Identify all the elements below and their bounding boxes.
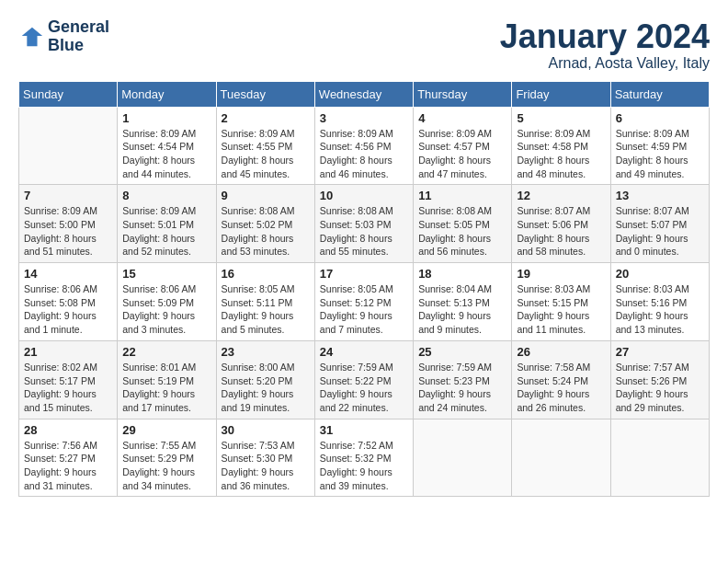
calendar-cell xyxy=(19,107,118,185)
day-number: 25 xyxy=(418,345,506,359)
calendar-cell: 8Sunrise: 8:09 AMSunset: 5:01 PMDaylight… xyxy=(118,185,216,263)
day-number: 17 xyxy=(320,267,408,281)
calendar-cell: 23Sunrise: 8:00 AMSunset: 5:20 PMDayligh… xyxy=(216,340,314,419)
week-row-2: 7Sunrise: 8:09 AMSunset: 5:00 PMDaylight… xyxy=(19,185,710,263)
day-info: Sunrise: 8:09 AMSunset: 4:58 PMDaylight:… xyxy=(517,127,605,181)
week-row-3: 14Sunrise: 8:06 AMSunset: 5:08 PMDayligh… xyxy=(19,263,710,341)
calendar-cell: 22Sunrise: 8:01 AMSunset: 5:19 PMDayligh… xyxy=(118,340,216,419)
day-info: Sunrise: 8:03 AMSunset: 5:16 PMDaylight:… xyxy=(616,282,704,337)
day-info: Sunrise: 7:53 AMSunset: 5:30 PMDaylight:… xyxy=(222,439,310,493)
day-number: 22 xyxy=(122,345,210,359)
calendar-cell: 18Sunrise: 8:04 AMSunset: 5:13 PMDayligh… xyxy=(414,263,512,341)
weekday-header-monday: Monday xyxy=(118,81,216,107)
month-title: January 2024 xyxy=(500,18,710,55)
weekday-header-tuesday: Tuesday xyxy=(216,81,314,107)
day-number: 4 xyxy=(418,111,506,125)
day-info: Sunrise: 8:01 AMSunset: 5:19 PMDaylight:… xyxy=(122,361,210,415)
calendar-cell: 24Sunrise: 7:59 AMSunset: 5:22 PMDayligh… xyxy=(314,340,413,419)
day-number: 7 xyxy=(24,189,112,202)
day-number: 1 xyxy=(122,111,210,125)
day-info: Sunrise: 8:08 AMSunset: 5:02 PMDaylight:… xyxy=(222,204,310,259)
calendar-cell: 5Sunrise: 8:09 AMSunset: 4:58 PMDaylight… xyxy=(512,107,610,185)
calendar-cell: 27Sunrise: 7:57 AMSunset: 5:26 PMDayligh… xyxy=(610,340,709,419)
day-number: 20 xyxy=(616,267,704,281)
day-number: 19 xyxy=(517,267,605,281)
weekday-header-row: SundayMondayTuesdayWednesdayThursdayFrid… xyxy=(19,81,710,107)
calendar-cell: 6Sunrise: 8:09 AMSunset: 4:59 PMDaylight… xyxy=(610,107,709,185)
day-info: Sunrise: 7:59 AMSunset: 5:22 PMDaylight:… xyxy=(320,361,408,415)
day-info: Sunrise: 8:05 AMSunset: 5:11 PMDaylight:… xyxy=(222,282,310,337)
day-number: 2 xyxy=(222,111,310,125)
day-info: Sunrise: 7:57 AMSunset: 5:26 PMDaylight:… xyxy=(616,361,704,415)
title-block: January 2024 Arnad, Aosta Valley, Italy xyxy=(500,18,710,72)
day-number: 27 xyxy=(616,345,704,359)
calendar-cell: 2Sunrise: 8:09 AMSunset: 4:55 PMDaylight… xyxy=(216,107,314,185)
day-number: 5 xyxy=(517,111,605,125)
calendar-cell: 25Sunrise: 7:59 AMSunset: 5:23 PMDayligh… xyxy=(414,340,512,419)
calendar-cell: 11Sunrise: 8:08 AMSunset: 5:05 PMDayligh… xyxy=(414,185,512,263)
day-info: Sunrise: 8:09 AMSunset: 5:00 PMDaylight:… xyxy=(24,204,112,259)
day-info: Sunrise: 8:09 AMSunset: 4:54 PMDaylight:… xyxy=(122,127,210,181)
calendar-cell: 16Sunrise: 8:05 AMSunset: 5:11 PMDayligh… xyxy=(216,263,314,341)
calendar-cell xyxy=(610,419,709,497)
logo-icon xyxy=(18,24,44,50)
day-info: Sunrise: 7:56 AMSunset: 5:27 PMDaylight:… xyxy=(24,439,112,493)
calendar-cell: 1Sunrise: 8:09 AMSunset: 4:54 PMDaylight… xyxy=(118,107,216,185)
day-number: 13 xyxy=(616,189,704,202)
day-info: Sunrise: 8:07 AMSunset: 5:07 PMDaylight:… xyxy=(616,204,704,259)
calendar-cell: 20Sunrise: 8:03 AMSunset: 5:16 PMDayligh… xyxy=(610,263,709,341)
day-info: Sunrise: 8:09 AMSunset: 4:56 PMDaylight:… xyxy=(320,127,408,181)
day-number: 16 xyxy=(222,267,310,281)
day-number: 11 xyxy=(418,189,506,202)
week-row-4: 21Sunrise: 8:02 AMSunset: 5:17 PMDayligh… xyxy=(19,340,710,419)
calendar-cell: 31Sunrise: 7:52 AMSunset: 5:32 PMDayligh… xyxy=(314,419,413,497)
day-number: 9 xyxy=(222,189,310,202)
calendar-cell: 9Sunrise: 8:08 AMSunset: 5:02 PMDaylight… xyxy=(216,185,314,263)
day-number: 30 xyxy=(222,423,310,437)
calendar-table: SundayMondayTuesdayWednesdayThursdayFrid… xyxy=(18,81,710,498)
day-number: 12 xyxy=(517,189,605,202)
location-title: Arnad, Aosta Valley, Italy xyxy=(500,55,710,72)
calendar-cell: 30Sunrise: 7:53 AMSunset: 5:30 PMDayligh… xyxy=(216,419,314,497)
week-row-1: 1Sunrise: 8:09 AMSunset: 4:54 PMDaylight… xyxy=(19,107,710,185)
day-info: Sunrise: 8:09 AMSunset: 4:57 PMDaylight:… xyxy=(418,127,506,181)
day-number: 26 xyxy=(517,345,605,359)
day-info: Sunrise: 8:02 AMSunset: 5:17 PMDaylight:… xyxy=(24,361,112,415)
calendar-cell xyxy=(512,419,610,497)
logo-text: General Blue xyxy=(48,18,109,55)
page-header: General Blue January 2024 Arnad, Aosta V… xyxy=(18,18,710,72)
calendar-cell: 19Sunrise: 8:03 AMSunset: 5:15 PMDayligh… xyxy=(512,263,610,341)
weekday-header-sunday: Sunday xyxy=(19,81,118,107)
calendar-cell: 26Sunrise: 7:58 AMSunset: 5:24 PMDayligh… xyxy=(512,340,610,419)
day-info: Sunrise: 8:09 AMSunset: 5:01 PMDaylight:… xyxy=(122,204,210,259)
day-info: Sunrise: 7:55 AMSunset: 5:29 PMDaylight:… xyxy=(122,439,210,493)
calendar-cell: 14Sunrise: 8:06 AMSunset: 5:08 PMDayligh… xyxy=(19,263,118,341)
day-number: 14 xyxy=(24,267,112,281)
day-number: 28 xyxy=(24,423,112,437)
day-number: 15 xyxy=(122,267,210,281)
calendar-cell: 4Sunrise: 8:09 AMSunset: 4:57 PMDaylight… xyxy=(414,107,512,185)
day-info: Sunrise: 8:06 AMSunset: 5:09 PMDaylight:… xyxy=(122,282,210,337)
day-info: Sunrise: 8:09 AMSunset: 4:55 PMDaylight:… xyxy=(222,127,310,181)
day-info: Sunrise: 7:58 AMSunset: 5:24 PMDaylight:… xyxy=(517,361,605,415)
day-info: Sunrise: 7:52 AMSunset: 5:32 PMDaylight:… xyxy=(320,439,408,493)
calendar-cell xyxy=(414,419,512,497)
week-row-5: 28Sunrise: 7:56 AMSunset: 5:27 PMDayligh… xyxy=(19,419,710,497)
calendar-cell: 28Sunrise: 7:56 AMSunset: 5:27 PMDayligh… xyxy=(19,419,118,497)
day-number: 10 xyxy=(320,189,408,202)
day-number: 21 xyxy=(24,345,112,359)
calendar-cell: 10Sunrise: 8:08 AMSunset: 5:03 PMDayligh… xyxy=(314,185,413,263)
calendar-cell: 13Sunrise: 8:07 AMSunset: 5:07 PMDayligh… xyxy=(610,185,709,263)
logo: General Blue xyxy=(18,18,109,55)
day-info: Sunrise: 8:07 AMSunset: 5:06 PMDaylight:… xyxy=(517,204,605,259)
weekday-header-saturday: Saturday xyxy=(610,81,709,107)
weekday-header-friday: Friday xyxy=(512,81,610,107)
day-number: 8 xyxy=(122,189,210,202)
calendar-cell: 21Sunrise: 8:02 AMSunset: 5:17 PMDayligh… xyxy=(19,340,118,419)
day-number: 3 xyxy=(320,111,408,125)
day-info: Sunrise: 8:09 AMSunset: 4:59 PMDaylight:… xyxy=(616,127,704,181)
weekday-header-wednesday: Wednesday xyxy=(314,81,413,107)
day-info: Sunrise: 7:59 AMSunset: 5:23 PMDaylight:… xyxy=(418,361,506,415)
calendar-cell: 29Sunrise: 7:55 AMSunset: 5:29 PMDayligh… xyxy=(118,419,216,497)
day-info: Sunrise: 8:05 AMSunset: 5:12 PMDaylight:… xyxy=(320,282,408,337)
